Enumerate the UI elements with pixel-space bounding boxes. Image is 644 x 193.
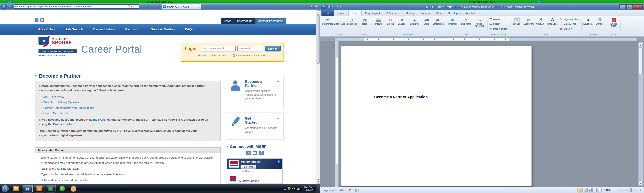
smartart-button[interactable]: SmartArt xyxy=(408,16,420,25)
scroll-thumb[interactable] xyxy=(639,48,643,74)
signature-line-button[interactable]: Signature Line xyxy=(559,17,580,21)
proofing-status-icon[interactable] xyxy=(355,188,359,192)
username-input[interactable] xyxy=(201,46,236,51)
contact-us-link[interactable]: Contact Us xyxy=(53,123,68,125)
draft-view-button[interactable] xyxy=(597,188,602,192)
zoom-slider[interactable] xyxy=(613,189,642,191)
tools-icon[interactable] xyxy=(315,5,318,8)
scroll-down-button[interactable] xyxy=(639,181,643,185)
scroll-up-button[interactable] xyxy=(639,42,643,47)
tab-references[interactable]: References xyxy=(383,11,403,16)
close-button[interactable] xyxy=(633,4,643,9)
page-indicator[interactable]: Page: 7 of 9 xyxy=(323,189,336,191)
register-link[interactable]: Register xyxy=(198,54,207,57)
taskbar-green-app-button[interactable] xyxy=(57,185,67,192)
sign-in-button[interactable]: Sign in xyxy=(265,46,281,51)
tab-page-layout[interactable]: Page Layout xyxy=(362,11,383,16)
scroll-thumb[interactable] xyxy=(317,15,320,64)
tab-file[interactable]: File xyxy=(321,10,335,16)
picture-button[interactable]: Picture xyxy=(373,16,384,25)
zoom-in-icon[interactable] xyxy=(639,189,642,191)
clip-art-button[interactable]: Clip Art xyxy=(384,16,396,25)
footer-button[interactable]: Footer xyxy=(489,22,508,26)
banner-tool-button[interactable] xyxy=(536,1,542,3)
tab-mailings[interactable]: Mailings xyxy=(403,11,418,16)
browser-tab[interactable]: MSEP Career Portal xyxy=(162,4,201,10)
document-text[interactable]: Become a Partner Application xyxy=(374,95,428,99)
tab-insert[interactable]: Insert xyxy=(348,10,362,16)
minimize-button[interactable] xyxy=(619,4,626,9)
address-bar[interactable]: https://msepjobs.militaryonesource.mil/m… xyxy=(14,4,139,9)
rss-icon[interactable] xyxy=(246,151,250,155)
redo-icon[interactable] xyxy=(336,5,338,8)
document-page[interactable]: Become a Partner Application xyxy=(341,46,532,187)
terms-checkbox[interactable] xyxy=(233,54,235,57)
forward-icon[interactable] xyxy=(8,4,13,9)
terms-of-use-link[interactable]: Terms of Use xyxy=(254,54,267,57)
tab-close-icon[interactable] xyxy=(198,6,200,8)
nav-partners[interactable]: Partners xyxy=(125,27,140,31)
header-button[interactable]: Header xyxy=(489,17,508,21)
tab-developer[interactable]: Developer xyxy=(445,11,463,16)
zoom-thumb[interactable] xyxy=(630,188,631,192)
drop-cap-button[interactable]: Drop Cap xyxy=(547,16,558,25)
zoom-out-icon[interactable] xyxy=(613,189,616,191)
facebook-second-item[interactable]: Military Spouse xyxy=(229,175,259,182)
zoom-level[interactable]: 140% xyxy=(604,189,611,191)
like-page-button[interactable]: Like Page xyxy=(241,164,256,168)
tab-acrobat[interactable]: Acrobat xyxy=(463,11,478,16)
security-tray-icon[interactable] xyxy=(288,187,290,190)
scroll-down-button[interactable] xyxy=(316,179,320,184)
shapes-button[interactable]: Shapes xyxy=(396,16,408,25)
equation-button[interactable]: Equation xyxy=(582,16,594,25)
maximize-button[interactable] xyxy=(626,4,633,9)
rss-icon[interactable] xyxy=(35,18,39,22)
page-number-button[interactable]: Page Number xyxy=(489,27,508,30)
taskbar-explorer-button[interactable] xyxy=(11,185,21,192)
favorites-icon[interactable] xyxy=(310,5,313,8)
blank-page-button[interactable]: Blank Page xyxy=(334,16,345,25)
bookmark-button[interactable]: Bookmark xyxy=(459,16,473,25)
volume-icon[interactable] xyxy=(292,187,295,190)
stop-icon[interactable] xyxy=(136,5,138,8)
object-button[interactable]: Object xyxy=(559,27,580,30)
taskbar-clock[interactable]: 8:37 AM 11/3/2015 xyxy=(302,186,315,191)
vertical-ruler[interactable] xyxy=(335,41,339,187)
horizontal-ruler[interactable] xyxy=(320,37,644,41)
hyperlink-button[interactable]: Hyperlink xyxy=(446,16,459,25)
save-icon[interactable] xyxy=(327,5,331,8)
utility-home-link[interactable]: HOME xyxy=(221,18,234,24)
back-icon[interactable] xyxy=(1,4,6,9)
quick-access-dropdown-icon[interactable] xyxy=(339,5,341,8)
facebook-page-name[interactable]: Military Spous xyxy=(241,160,260,163)
home-icon[interactable] xyxy=(305,5,307,8)
taskbar-firefox-button[interactable] xyxy=(68,185,79,192)
how-to-get-started-link[interactable]: How to Get Started xyxy=(43,111,68,116)
word-scrollbar[interactable] xyxy=(638,42,643,186)
embed-flash-button[interactable]: Embed Flash xyxy=(608,16,620,28)
hidden-icons-chevron[interactable] xyxy=(284,187,286,190)
utility-service-providers-link[interactable]: SERVICE PROVIDERS xyxy=(255,18,286,24)
date-time-button[interactable]: Date & Time xyxy=(559,22,580,26)
network-icon[interactable] xyxy=(297,187,300,190)
why-hire-link[interactable]: Why Hire a Military Spouse? xyxy=(43,100,79,105)
password-input[interactable] xyxy=(237,46,263,51)
start-button[interactable] xyxy=(1,185,9,192)
get-started-card[interactable]: Get Started Get started on your portable… xyxy=(226,113,284,140)
nav-job-search[interactable]: Job Search xyxy=(65,27,83,31)
word-count[interactable]: Words: 11 xyxy=(340,189,352,191)
taskbar-word-button[interactable] xyxy=(22,185,33,192)
banner-tool-button[interactable] xyxy=(7,1,13,3)
taskbar-excel-button[interactable] xyxy=(45,185,56,192)
address-dropdown-icon[interactable] xyxy=(131,5,132,8)
scroll-up-button[interactable] xyxy=(316,10,320,15)
outline-view-button[interactable] xyxy=(592,188,597,192)
nav-career-links[interactable]: Career Links xyxy=(93,27,115,31)
table-button[interactable]: Table xyxy=(359,16,371,25)
msep-overview-link[interactable]: MSEP Overview xyxy=(43,95,64,99)
web-layout-view-button[interactable] xyxy=(587,188,592,192)
wordart-button[interactable]: WordArt xyxy=(535,16,547,25)
nav-about-us[interactable]: About Us xyxy=(38,27,55,31)
show-desktop-button[interactable] xyxy=(317,184,320,193)
msep-logo[interactable]: MILITARY SPOUSE EMPLOYMENT PARTNERSHIP D… xyxy=(38,36,78,62)
